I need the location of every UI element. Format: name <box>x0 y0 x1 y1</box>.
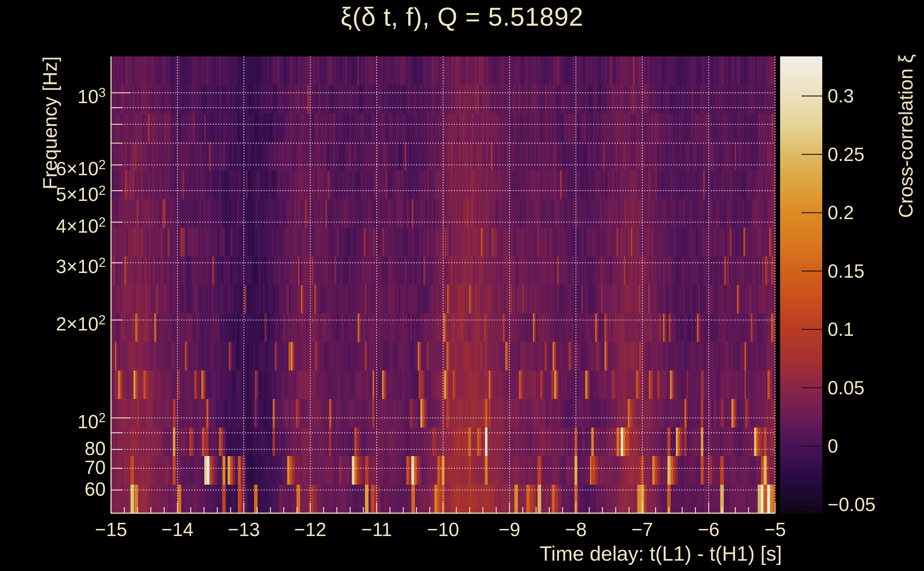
colorbar-tick-label: 0.3 <box>828 86 854 106</box>
x-tick-label: −15 <box>95 520 127 540</box>
heatmap-canvas <box>0 0 924 571</box>
x-tick-label: −14 <box>161 520 193 540</box>
colorbar-tick-label: 0.1 <box>828 319 854 340</box>
page-title: ξ(δ t, f), Q = 5.51892 <box>0 2 924 31</box>
colorbar-tick-label: 0.15 <box>828 261 864 281</box>
x-tick-label: −12 <box>294 520 326 540</box>
y-tick-label: 2×102 <box>0 309 106 334</box>
colorbar-tick-label: −0.05 <box>828 495 875 515</box>
y-tick-label: 60 <box>0 479 106 499</box>
y-tick-label: 3×102 <box>0 252 106 276</box>
x-tick-label: −11 <box>361 520 392 540</box>
colorbar-tick-label: 0.05 <box>828 378 864 398</box>
x-tick-label: −10 <box>427 520 459 540</box>
y-tick-label: 6×102 <box>0 154 106 179</box>
x-tick-label: −5 <box>765 520 786 540</box>
x-tick-label: −7 <box>632 520 653 540</box>
x-axis-title: Time delay: t(L1) - t(H1) [s] <box>539 542 782 565</box>
x-tick-label: −6 <box>698 520 719 540</box>
x-tick-label: −13 <box>228 520 260 540</box>
x-tick-label: −8 <box>565 520 587 540</box>
colorbar-title: Cross-correlation ξ <box>895 54 917 218</box>
y-tick-label: 103 <box>0 82 106 107</box>
x-tick-label: −9 <box>499 520 520 540</box>
colorbar-tick-label: 0.2 <box>828 203 854 223</box>
y-tick-label: 80 <box>0 438 106 458</box>
y-tick-label: 4×102 <box>0 211 106 236</box>
colorbar-tick-label: 0.25 <box>828 145 864 165</box>
y-tick-label: 5×102 <box>0 180 106 204</box>
y-tick-label: 102 <box>0 407 106 432</box>
root-figure-page: ξ(δ t, f), Q = 5.51892 Frequency [Hz] Ti… <box>0 0 924 571</box>
colorbar-tick-label: 0 <box>828 436 838 456</box>
y-tick-label: 70 <box>0 457 106 477</box>
